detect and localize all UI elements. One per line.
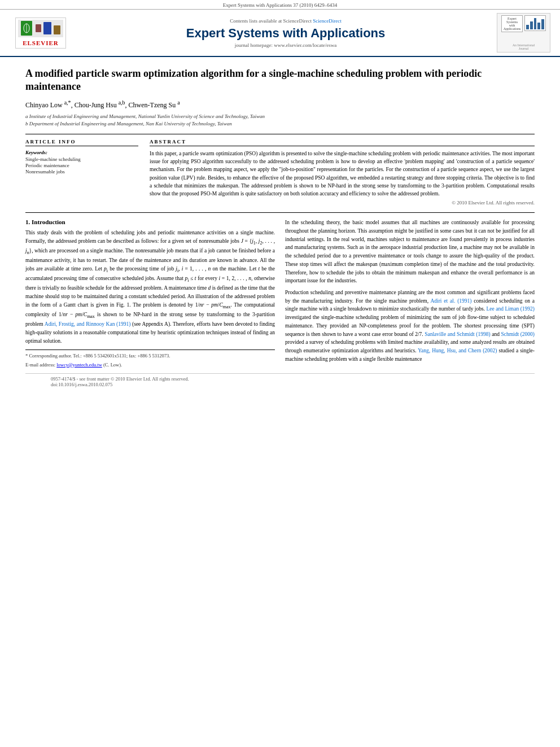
authors-line: Chinyao Low a,*, Chou-Jung Hsu a,b, Chwe… [25,99,535,110]
article-info-heading: ARTICLE INFO [25,139,138,146]
intro-heading: 1. Introduction [25,219,275,225]
journal-logo-right: ExpertSystemswithApplications An Interna… [497,13,550,53]
footnote-corresponding: * Corresponding author. Tel.: +886 5 534… [25,352,275,360]
bottom-text1: 0957-4174/$ - see front matter © 2010 El… [51,376,509,382]
authors-text: Chinyao Low a,*, Chou-Jung Hsu a,b, Chwe… [25,101,180,109]
svg-rect-3 [36,24,41,32]
affiliations: a Institute of Industrial Engineering an… [25,113,535,128]
logo-box-text: ExpertSystemswithApplications [501,15,523,32]
paper-title: A modified particle swarm optimization a… [25,67,535,94]
sciencedirect-link[interactable]: ScienceDirect [313,18,341,24]
affiliation-a: a Institute of Industrial Engineering an… [25,113,535,121]
body-right-column: In the scheduling theory, the basic mode… [285,219,535,370]
abstract-section: ABSTRACT In this paper, a particle swarm… [150,139,535,206]
body-section: 1. Introduction This study deals with th… [25,212,535,370]
svg-rect-4 [43,22,51,34]
elsevier-logo-section: ELSEVIER [7,18,75,49]
ref-adiri-et-al-link[interactable]: Adiri et al. (1991) [430,298,471,304]
elsevier-logo: ELSEVIER [15,18,66,49]
bar3 [534,18,537,29]
logo-top-area: ExpertSystemswithApplications [501,15,546,32]
journal-homepage: journal homepage: www.elsevier.com/locat… [80,42,491,48]
keyword-2: Periodic maintenance [25,163,138,168]
right-para1: In the scheduling theory, the basic mode… [285,219,535,285]
keyword-3: Nonresumable jobs [25,169,138,174]
ref-schmidt-link[interactable]: Schmidt (2000) [501,331,535,337]
copyright-line: © 2010 Elsevier Ltd. All rights reserved… [150,200,535,206]
bar4 [537,23,540,29]
journal-logo-right-section: ExpertSystemswithApplications An Interna… [497,13,553,53]
paper-content: A modified particle swarm optimization a… [0,57,560,401]
bottom-bar: 0957-4174/$ - see front matter © 2010 El… [25,373,535,390]
article-meta: ARTICLE INFO Keywords: Single-machine sc… [25,134,535,206]
elsevier-text: ELSEVIER [23,40,59,46]
citation-text: Expert Systems with Applications 37 (201… [223,2,338,8]
sup-a2: a [177,99,180,106]
elsevier-image [18,20,63,37]
email-link[interactable]: lowcy@yuntech.edu.tw [56,362,102,368]
ref-yang-link[interactable]: Yang, Hung, Hsu, and Chern (2002) [418,348,497,353]
sciencedirect-line: Contents lists available at ScienceDirec… [80,18,491,24]
ref-lee-link[interactable]: Lee and Liman (1992) [487,306,535,312]
logo-badge: An InternationalJournal [513,43,535,50]
svg-rect-5 [54,25,60,34]
logo-chart [524,15,546,31]
right-para2: Production scheduling and preventive mai… [285,289,535,363]
sup-a1: a,* [64,99,71,106]
footnote-email: E-mail address: lowcy@yuntech.edu.tw (C.… [25,361,275,369]
body-left-column: 1. Introduction This study deals with th… [25,219,275,370]
ref-adiri-link[interactable]: Adiri, Frostig, and Rinnooy Kan (1991) [45,321,131,327]
intro-para1: This study deals with the problem of sch… [25,229,275,345]
journal-title: Expert Systems with Applications [80,26,491,41]
abstract-heading: ABSTRACT [150,139,535,146]
keywords-section: Keywords: Single-machine scheduling Peri… [25,150,138,174]
bar1 [526,25,529,29]
abstract-text: In this paper, a particle swarm optimiza… [150,150,535,198]
journal-citation: Expert Systems with Applications 37 (201… [0,0,560,10]
journal-header: ELSEVIER Contents lists available at Sci… [0,10,560,57]
affiliation-b: b Department of Industrial Engineering a… [25,120,535,128]
bar2 [530,21,533,29]
journal-title-section: Contents lists available at ScienceDirec… [75,18,497,48]
keyword-1: Single-machine scheduling [25,156,138,162]
bar5 [541,19,544,29]
ref-sanlaville-link[interactable]: Sanlaville and Schmidt (1998) [425,331,490,337]
bottom-text2: doi:10.1016/j.eswa.2010.02.075 [51,382,509,387]
article-info-box: ARTICLE INFO Keywords: Single-machine sc… [25,139,138,206]
footnotes: * Corresponding author. Tel.: +886 5 534… [25,350,275,369]
keywords-label: Keywords: [25,150,138,155]
sup-ab: a,b [119,99,125,106]
